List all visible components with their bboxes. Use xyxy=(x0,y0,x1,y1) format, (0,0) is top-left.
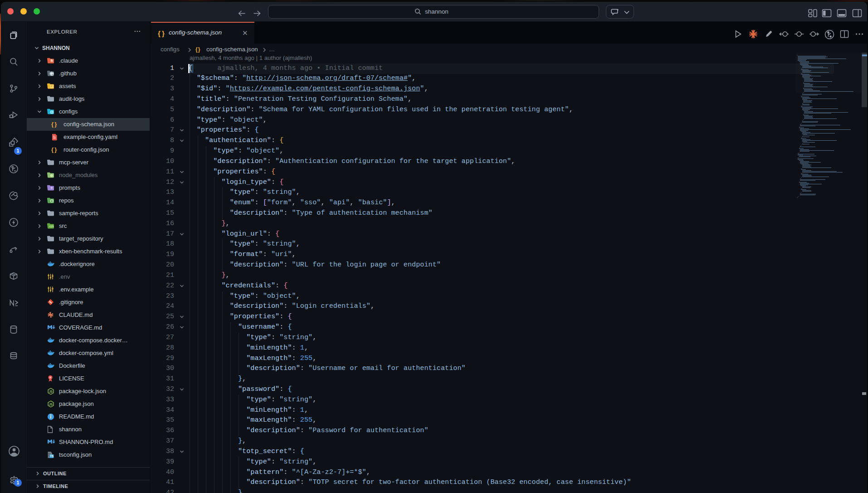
svg-text:TS: TS xyxy=(50,454,54,458)
svg-text:JS: JS xyxy=(49,403,53,406)
svg-text:JS: JS xyxy=(49,390,53,393)
